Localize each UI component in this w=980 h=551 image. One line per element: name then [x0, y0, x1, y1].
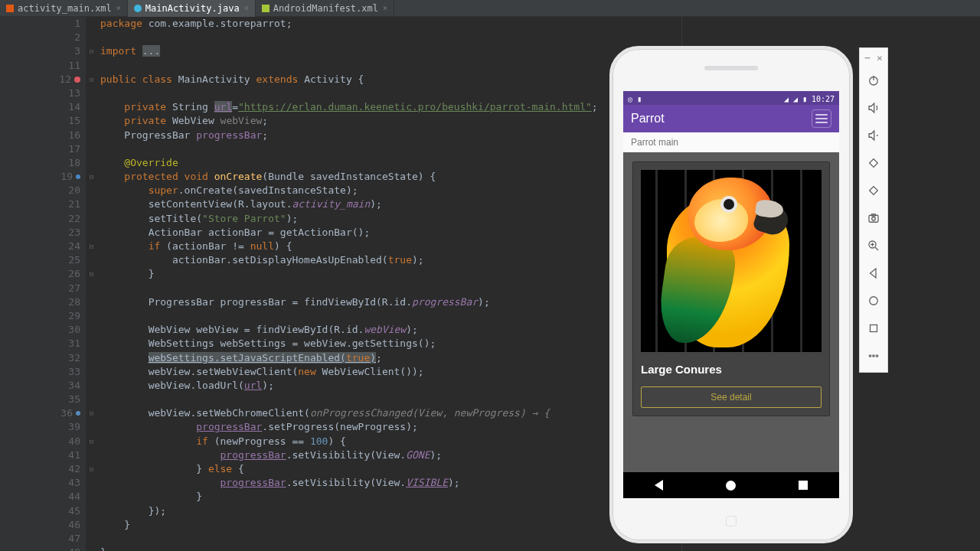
close-icon[interactable]: × [116, 4, 121, 12]
phone-speaker [704, 66, 758, 70]
fold-toggle-icon[interactable]: ⊟ [86, 267, 97, 281]
page-subtitle: Parrot main [623, 132, 839, 152]
back-button[interactable] [859, 259, 888, 287]
menu-icon[interactable] [812, 109, 831, 128]
volume-down-button[interactable] [859, 122, 888, 149]
wifi-icon: ◢ [784, 95, 791, 102]
fold-toggle-icon[interactable]: ⊟ [86, 73, 97, 86]
editor-tab-bar: activity_main.xml × MainActivity.java × … [0, 0, 980, 17]
product-image [641, 170, 822, 352]
more-button[interactable] [859, 342, 888, 370]
see-detail-button[interactable]: See detail [641, 386, 822, 408]
close-icon[interactable]: × [244, 4, 249, 12]
device-screen[interactable]: ◎ ▮ ◢ ◢ ▮ 10:27 Parrot Parrot main [623, 91, 839, 498]
tab-label: MainActivity.java [145, 3, 240, 14]
fold-toggle-icon[interactable]: ⊟ [86, 44, 97, 58]
fold-toggle-icon[interactable]: ⊟ [86, 240, 97, 253]
power-button[interactable] [859, 67, 888, 94]
java-icon [134, 5, 142, 12]
tab-label: activity_main.xml [18, 3, 112, 14]
clock-text: 10:27 [812, 95, 835, 102]
product-title: Large Conures [641, 363, 822, 376]
manifest-icon [262, 5, 270, 12]
svg-line-9 [875, 247, 878, 250]
override-icon[interactable] [76, 174, 80, 179]
close-icon[interactable]: × [383, 4, 387, 12]
camera-button[interactable] [859, 204, 888, 232]
rotate-left-button[interactable] [859, 149, 888, 177]
home-icon[interactable] [726, 481, 736, 491]
phone-home-button [726, 516, 737, 527]
fold-toggle-icon[interactable]: ⊟ [86, 435, 97, 448]
svg-rect-4 [870, 187, 878, 195]
line-number-gutter: 1 2 3 11 12 13 14 15 16 17 18 19 20 21 2… [0, 17, 85, 551]
webview-content[interactable]: Large Conures See detail [623, 152, 839, 472]
run-line-marker-icon[interactable] [74, 77, 80, 83]
emulator-toolbar: − × [859, 47, 888, 373]
debug-icon: ◎ [628, 95, 635, 102]
product-card: Large Conures See detail [632, 161, 830, 416]
tab-main-activity-java[interactable]: MainActivity.java × [128, 0, 256, 17]
volume-up-button[interactable] [859, 94, 888, 122]
minimize-icon[interactable]: − [864, 52, 871, 64]
app-title: Parrot [631, 112, 665, 126]
signal-icon: ◢ [793, 95, 800, 102]
svg-point-15 [873, 355, 874, 357]
svg-rect-13 [871, 325, 877, 332]
fold-toggle-icon[interactable]: ⊟ [86, 406, 97, 420]
home-button[interactable] [859, 287, 888, 315]
rotate-right-button[interactable] [859, 177, 888, 204]
svg-point-16 [876, 355, 877, 357]
tab-activity-main-xml[interactable]: activity_main.xml × [0, 0, 128, 17]
android-navbar [623, 472, 839, 498]
xml-icon [6, 5, 14, 12]
fold-gutter[interactable]: ⊟ ⊟ ⊟ ⊟ ⊟ ⊟ ⊟ ⊟ [85, 17, 97, 551]
battery-icon: ▮ [802, 95, 809, 102]
app-toolbar: Parrot [623, 105, 839, 132]
tab-android-manifest-xml[interactable]: AndroidManifest.xml × [256, 0, 394, 17]
svg-point-14 [869, 355, 871, 357]
svg-rect-3 [870, 159, 878, 168]
overview-icon[interactable] [799, 481, 808, 490]
fold-toggle-icon[interactable]: ⊟ [86, 170, 97, 184]
gutter-line: 1 [5, 17, 80, 31]
android-statusbar: ◎ ▮ ◢ ◢ ▮ 10:27 [623, 91, 839, 105]
sim-icon: ▮ [637, 95, 644, 102]
tab-label: AndroidManifest.xml [273, 3, 378, 14]
svg-point-6 [872, 217, 876, 221]
fold-toggle-icon[interactable]: ⊟ [86, 462, 97, 476]
svg-point-12 [870, 297, 878, 305]
zoom-button[interactable] [859, 232, 888, 259]
back-icon[interactable] [655, 480, 663, 491]
close-icon[interactable]: × [877, 52, 883, 64]
overview-button[interactable] [859, 315, 888, 342]
override-icon[interactable] [76, 411, 80, 416]
android-emulator[interactable]: ◎ ▮ ◢ ◢ ▮ 10:27 Parrot Parrot main [609, 46, 853, 543]
